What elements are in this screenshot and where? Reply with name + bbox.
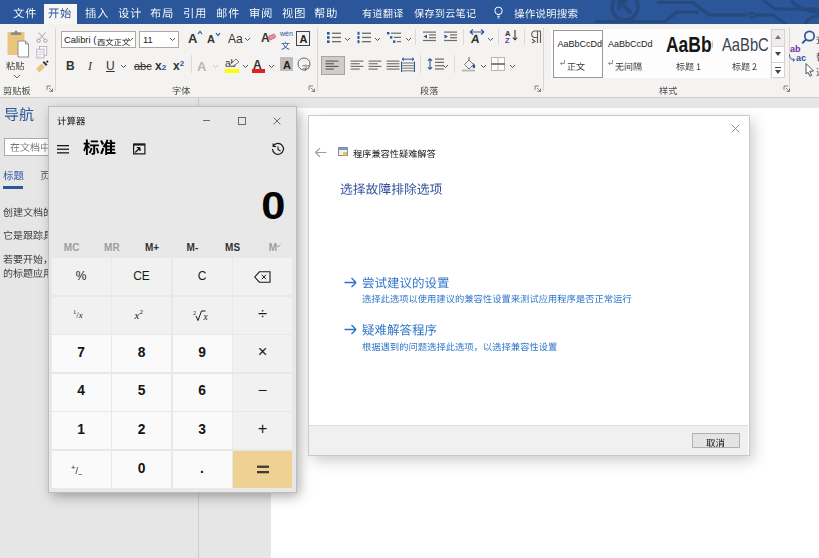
svg-text:x: x (203, 311, 209, 321)
svg-text:2: 2 (193, 310, 196, 316)
